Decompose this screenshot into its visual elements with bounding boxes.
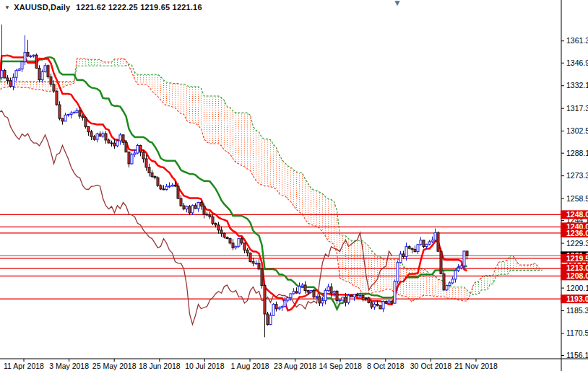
candle-body: [235, 246, 237, 248]
time-tick-label: 30 Oct 2018: [410, 362, 451, 370]
candle-body: [191, 206, 194, 213]
candle-body: [269, 315, 272, 324]
candle-body: [226, 237, 228, 239]
chikou-span-line: [0, 53, 392, 325]
candle-body: [307, 291, 309, 292]
candle-body: [174, 185, 176, 186]
candle-body: [53, 84, 55, 91]
candle-body: [67, 115, 69, 115]
candle-body: [64, 115, 66, 121]
candle-body: [264, 285, 266, 314]
candle-body: [119, 135, 121, 141]
price-tick-label: 1288.10: [566, 149, 588, 157]
candle-body: [281, 307, 283, 307]
candle-body: [241, 239, 243, 243]
candle-body: [9, 81, 12, 87]
time-tick-label: 10 Jul 2018: [185, 362, 224, 370]
candle-body: [137, 145, 139, 153]
candle-body: [267, 314, 269, 325]
candle-body: [108, 140, 110, 143]
candle-body: [440, 251, 442, 274]
candle-body: [310, 290, 312, 292]
svg-text:1236.00: 1236.00: [566, 229, 588, 237]
candle-body: [15, 71, 17, 78]
candle-body: [30, 56, 32, 57]
time-tick-label: 21 Nov 2018: [454, 362, 498, 370]
candle-body: [27, 53, 29, 56]
candle-body: [142, 152, 144, 159]
price-tick-label: 1200.10: [566, 284, 588, 292]
candle-body: [157, 178, 159, 186]
candle-body: [298, 287, 301, 293]
candle-body: [388, 301, 390, 303]
candle-body: [443, 274, 445, 290]
candle-body: [460, 266, 462, 268]
svg-text:1208.00: 1208.00: [566, 271, 588, 280]
candle-body: [131, 154, 133, 164]
candle-body: [229, 239, 231, 243]
svg-text:1248.00: 1248.00: [566, 210, 588, 219]
candle-body: [339, 300, 341, 301]
candle-body: [342, 297, 344, 300]
candle-body: [177, 186, 179, 198]
price-chart-canvas[interactable]: 1361.301346.901332.101317.301302.501288.…: [0, 0, 588, 371]
candle-body: [246, 250, 248, 253]
symbol-dropdown-icon[interactable]: ▼: [4, 4, 10, 11]
candle-body: [463, 251, 465, 266]
time-tick-label: 3 May 2018: [49, 362, 89, 370]
candle-body: [50, 77, 52, 84]
candle-body: [437, 232, 439, 251]
price-tick-label: 1185.30: [566, 306, 588, 315]
candle-body: [35, 55, 38, 68]
svg-text:1193.00: 1193.00: [566, 294, 588, 303]
candle-body: [82, 116, 84, 118]
candle-body: [428, 242, 431, 244]
candle-body: [399, 254, 402, 263]
candle-body: [73, 113, 75, 113]
candle-body: [148, 167, 150, 173]
candle-body: [301, 285, 303, 287]
candle-body: [414, 249, 416, 251]
candle-body: [12, 77, 14, 86]
candle-body: [7, 78, 9, 81]
candle-body: [420, 240, 422, 245]
candle-body: [186, 206, 188, 209]
candle-body: [47, 66, 49, 77]
candle-body: [21, 62, 23, 69]
symbol-timeframe-label: XAUUSD,Daily: [14, 3, 70, 12]
candle-body: [330, 287, 332, 293]
candle-body: [252, 262, 254, 263]
senkou-span-a-line: [0, 58, 542, 302]
time-tick-label: 8 Oct 2018: [367, 362, 405, 370]
candle-body: [128, 152, 130, 164]
candle-body: [220, 230, 222, 233]
candle-body: [466, 251, 468, 256]
plot-area[interactable]: [0, 25, 561, 337]
candle-body: [434, 232, 436, 240]
chart-shift-icon[interactable]: ▼: [393, 0, 402, 8]
candle-body: [347, 295, 350, 302]
level-price-badge: 1219.50: [561, 254, 588, 263]
time-tick-label: 11 Apr 2018: [4, 362, 44, 370]
candle-body: [44, 66, 46, 72]
candle-body: [353, 294, 355, 297]
candle-body: [87, 126, 90, 131]
candle-body: [417, 245, 419, 252]
candle-body: [194, 206, 196, 209]
time-tick-label: 14 Sep 2018: [319, 362, 362, 370]
candle-body: [160, 186, 162, 189]
candle-body: [249, 253, 251, 261]
candle-body: [324, 291, 327, 301]
candle-body: [96, 134, 98, 140]
candle-body: [145, 159, 147, 167]
candle-body: [200, 202, 202, 206]
candle-body: [168, 186, 170, 187]
candle-body: [165, 186, 168, 189]
candle-body: [38, 68, 40, 79]
time-axis[interactable]: 11 Apr 20183 May 201825 May 201818 Jun 2…: [4, 359, 498, 370]
candle-body: [333, 291, 335, 293]
support-resistance-lines[interactable]: [0, 214, 561, 299]
candle-body: [41, 71, 43, 79]
price-tick-label: 1156.10: [566, 351, 588, 359]
candle-body: [359, 295, 361, 296]
